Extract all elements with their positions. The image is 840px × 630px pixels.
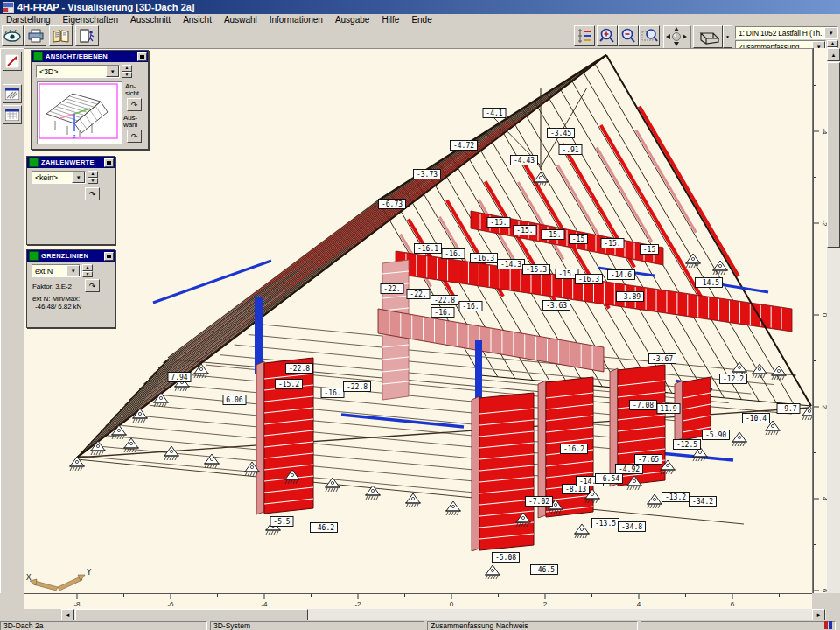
- value-label: -10.4: [743, 414, 770, 424]
- redraw-button[interactable]: [3, 52, 22, 71]
- spin-up-icon[interactable]: ▲: [82, 264, 93, 271]
- menu-item-informationen[interactable]: Informationen: [263, 15, 329, 24]
- values-spinner[interactable]: ▲ ▼: [88, 171, 98, 184]
- value-label: -4.43: [511, 156, 538, 165]
- panel-ansicht-ebenen[interactable]: ANSICHT/EBENEN <3D> ▼ ▲ ▼ z An- sicht ↷ …: [31, 50, 149, 150]
- panel-close-button[interactable]: [104, 252, 114, 261]
- svg-text:-5.08: -5.08: [495, 554, 516, 562]
- spin-down-icon[interactable]: ▼: [82, 271, 93, 278]
- view-thumbnail[interactable]: z: [37, 81, 122, 144]
- chevron-down-icon[interactable]: ▼: [106, 66, 119, 77]
- print-button[interactable]: [24, 25, 46, 46]
- value-label: -12.2: [720, 374, 747, 384]
- exit-button[interactable]: [75, 25, 99, 46]
- value-label: -7.65: [635, 455, 662, 465]
- mini-window-hatch-icon: [5, 88, 19, 100]
- svg-text:-14.6: -14.6: [611, 271, 632, 279]
- svg-text:-16.3: -16.3: [473, 255, 494, 262]
- values-select[interactable]: <kein> ▼: [32, 171, 86, 184]
- limitline-spinner[interactable]: ▲ ▼: [82, 264, 93, 277]
- value-label: -14.3: [498, 260, 525, 270]
- limitline-jump-button[interactable]: ↷: [85, 279, 100, 292]
- pan-control[interactable]: [663, 25, 691, 50]
- menu-item-darstellung[interactable]: Darstellung: [0, 15, 57, 24]
- svg-text:-34.2: -34.2: [692, 498, 713, 506]
- value-label: -5.5: [270, 517, 293, 527]
- window-title: 4H-FRAP - Visualisierung [3D-Dach 2a]: [18, 2, 195, 12]
- limitline-select[interactable]: ext N ▼: [32, 264, 80, 277]
- menu-item-ausschnitt[interactable]: Ausschnitt: [124, 15, 177, 24]
- ruler-tick-label: 2: [543, 600, 548, 608]
- view-eye-button[interactable]: [2, 25, 24, 46]
- spin-up-icon[interactable]: ▲: [122, 65, 132, 72]
- svg-text:-12.5: -12.5: [676, 441, 697, 449]
- window-titlebar[interactable]: 4H-FRAP - Visualisierung [3D-Dach 2a]: [0, 0, 840, 14]
- scroll-left-icon[interactable]: ◄: [61, 609, 74, 620]
- menu-item-hilfe[interactable]: Hilfe: [375, 15, 405, 24]
- ansicht-jump-button[interactable]: ↷: [127, 98, 142, 111]
- panel-ansicht-titlebar[interactable]: ANSICHT/EBENEN: [32, 51, 148, 62]
- svg-text:-46.5: -46.5: [534, 566, 555, 574]
- svg-text:-14.3: -14.3: [500, 261, 522, 269]
- scroll-right-icon[interactable]: ►: [812, 609, 825, 620]
- svg-text:-15.3: -15.3: [526, 266, 547, 274]
- hscroll-thumb[interactable]: [75, 609, 308, 620]
- legend-button[interactable]: [574, 25, 595, 46]
- vertical-scrollbar[interactable]: ▲ ▼: [827, 48, 840, 608]
- zoom-window-icon: [641, 28, 658, 44]
- panel-title: ZAHLENWERTE: [41, 158, 94, 166]
- vscroll-thumb[interactable]: [827, 62, 840, 248]
- value-label: -15.3: [523, 265, 550, 275]
- loadcase-select[interactable]: 1: DIN 1052 Lastfall H (Th. 1. Or ▼: [735, 26, 838, 39]
- svg-text:-4.72: -4.72: [453, 142, 474, 150]
- pan-arrows-icon: [664, 26, 689, 47]
- scroll-up-icon[interactable]: ▲: [827, 48, 840, 61]
- zoom-window-button[interactable]: [639, 25, 660, 46]
- value-label: -7.02: [526, 497, 553, 507]
- panel-close-button[interactable]: [137, 52, 147, 61]
- box-3d-icon: [696, 29, 719, 45]
- spin-down-icon[interactable]: ▼: [122, 72, 132, 79]
- jump-arrow-icon: ↷: [89, 190, 96, 199]
- value-label: 7.94: [168, 373, 191, 382]
- value-label: -4.92: [616, 465, 643, 474]
- svg-text:-4.1: -4.1: [486, 109, 502, 117]
- chevron-down-icon[interactable]: ▼: [72, 172, 85, 183]
- spin-up-icon[interactable]: ▲: [88, 171, 98, 178]
- value-label: -15.: [514, 226, 536, 235]
- view-select[interactable]: <3D> ▼: [36, 65, 120, 78]
- book-button[interactable]: [49, 25, 73, 46]
- menu-item-auswahl[interactable]: Auswahl: [218, 15, 263, 24]
- view-3d-button[interactable]: [693, 25, 723, 48]
- menu-item-ende[interactable]: Ende: [405, 15, 438, 24]
- spin-down-icon[interactable]: ▼: [88, 178, 98, 185]
- panel-toggle-view-button[interactable]: [3, 84, 22, 103]
- chevron-down-icon[interactable]: ▼: [824, 27, 837, 38]
- menu-item-ausgabe[interactable]: Ausgabe: [329, 15, 375, 24]
- spin-up-icon[interactable]: ▲: [827, 40, 838, 47]
- value-label: -4.1: [483, 108, 506, 118]
- panel-zahlenwerte-titlebar[interactable]: ZAHLENWERTE: [27, 157, 115, 168]
- zoom-out-button[interactable]: [618, 25, 639, 46]
- menu-item-eigenschaften[interactable]: Eigenschaften: [57, 15, 124, 24]
- panel-grenzlinien-titlebar[interactable]: GRENZLINIEN: [27, 250, 115, 262]
- view-3d-dropdown[interactable]: ▼: [723, 25, 732, 48]
- values-jump-button[interactable]: ↷: [85, 187, 100, 200]
- panel-toggle-values-button[interactable]: [3, 105, 22, 124]
- value-label: -15.2: [276, 380, 303, 389]
- panel-grenzlinien[interactable]: GRENZLINIEN ext N ▼ ▲ ▼ Faktor: 3.E-2 ↷ …: [26, 249, 116, 328]
- menu-item-ansicht[interactable]: Ansicht: [177, 15, 218, 24]
- svg-text:7.94: 7.94: [171, 374, 187, 382]
- zoom-in-button[interactable]: [597, 25, 618, 46]
- panel-zahlenwerte[interactable]: ZAHLENWERTE <kein> ▼ ▲ ▼ ↷: [26, 156, 116, 245]
- panel-close-button[interactable]: [104, 158, 114, 167]
- svg-text:-12.2: -12.2: [723, 375, 744, 383]
- chevron-down-icon[interactable]: ▼: [66, 265, 80, 276]
- view-spinner[interactable]: ▲ ▼: [122, 65, 132, 78]
- value-label: -12.5: [674, 440, 701, 450]
- horizontal-scrollbar[interactable]: ◄ ►: [61, 609, 826, 620]
- auswahl-jump-button[interactable]: ↷: [127, 130, 142, 143]
- printer-icon: [28, 29, 44, 43]
- value-label: -22.8: [286, 364, 313, 374]
- panel-icon: [33, 52, 43, 61]
